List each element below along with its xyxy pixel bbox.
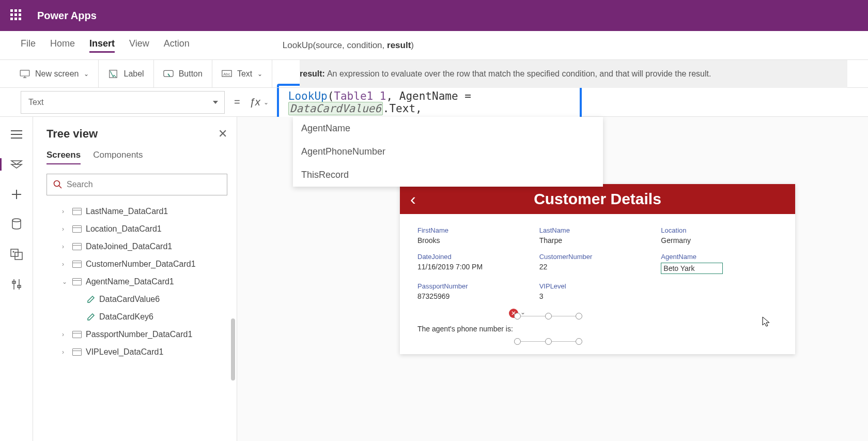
tree-search[interactable] (47, 174, 227, 195)
tree-node[interactable]: ›DateJoined_DataCard1 (47, 238, 227, 255)
new-screen-button[interactable]: New screen ⌄ (0, 60, 99, 87)
datacard-icon (72, 331, 82, 338)
form-field[interactable]: LocationGermany (661, 226, 778, 245)
data-icon[interactable] (9, 217, 24, 232)
tree-node[interactable]: ›CustomerNumber_DataCard1 (47, 255, 227, 273)
screen-icon (20, 70, 30, 78)
chevron-down-icon: ⌄ (257, 70, 262, 78)
resize-handle[interactable] (514, 338, 521, 345)
parameter-help: result: An expression to evaluate over t… (300, 60, 847, 88)
chevron-down-icon[interactable]: ⌄ (520, 309, 525, 316)
tree-node[interactable]: ›Location_DataCard1 (47, 220, 227, 238)
title-bar: Power Apps (0, 0, 868, 31)
form-field[interactable]: FirstNameBrooks (417, 226, 534, 245)
intellisense-item[interactable]: AgentPhoneNumber (293, 140, 603, 163)
svg-text:Abc: Abc (223, 71, 230, 76)
tree-list: ›LastName_DataCard1›Location_DataCard1›D… (47, 203, 227, 361)
tree-view-title: Tree view (47, 127, 98, 141)
chevron-icon: › (62, 225, 68, 233)
field-value: 3 (539, 292, 656, 300)
intellisense-dropdown: AgentName AgentPhoneNumber ThisRecord (293, 117, 603, 187)
tree-node[interactable]: DataCardValue6 (47, 291, 227, 308)
menu-home[interactable]: Home (50, 38, 75, 53)
tree-view-icon[interactable] (9, 157, 24, 172)
media-icon[interactable] (9, 247, 24, 262)
tree-node[interactable]: ›VIPLevel_DataCard1 (47, 343, 227, 361)
formula-bar: Text = ƒx ⌄ LookUp(Table1_1, AgentName =… (0, 88, 868, 117)
intellisense-item[interactable]: ThisRecord (293, 163, 603, 187)
field-label: Location (661, 226, 778, 234)
resize-handle[interactable] (545, 338, 552, 345)
menu-action[interactable]: Action (164, 38, 190, 53)
field-label: FirstName (417, 226, 534, 234)
tree-node[interactable]: DataCardKey6 (47, 308, 227, 326)
svg-rect-13 (11, 249, 18, 256)
chevron-icon: › (62, 243, 68, 250)
chevron-icon: › (62, 261, 68, 268)
button-button[interactable]: Button (154, 60, 212, 87)
tree-node[interactable]: ›PassportNumber_DataCard1 (47, 326, 227, 343)
app-launcher-icon[interactable] (10, 9, 23, 22)
insert-icon[interactable] (9, 187, 24, 202)
form-field[interactable]: LastNameTharpe (539, 226, 656, 245)
tools-icon[interactable] (9, 277, 24, 292)
close-icon[interactable]: ✕ (218, 127, 227, 141)
menu-view[interactable]: View (129, 38, 149, 53)
chevron-down-icon: ⌄ (84, 70, 89, 78)
property-selector[interactable]: Text (21, 91, 225, 114)
svg-line-21 (59, 186, 61, 188)
field-label: DateJoined (417, 253, 534, 261)
form-field[interactable]: DateJoined11/16/2019 7:00 PM (417, 253, 534, 274)
tree-node[interactable]: ⌄AgentName_DataCard1 (47, 273, 227, 291)
menu-insert[interactable]: Insert (89, 38, 115, 53)
svg-point-12 (12, 219, 21, 222)
pencil-icon (87, 313, 95, 321)
datacard-icon (72, 261, 82, 268)
tree-node-label: CustomerNumber_DataCard1 (86, 260, 196, 269)
tree-node-label: DataCardValue6 (99, 295, 160, 304)
field-value: Beto Yark (661, 263, 723, 274)
menu-file[interactable]: File (21, 38, 36, 53)
tree-node-label: DateJoined_DataCard1 (86, 242, 172, 251)
svg-rect-4 (163, 70, 173, 77)
hamburger-icon[interactable] (9, 127, 24, 142)
resize-handle[interactable] (576, 313, 582, 320)
svg-rect-14 (15, 252, 22, 260)
field-label: AgentName (661, 253, 778, 261)
label-button[interactable]: Label (99, 60, 153, 87)
preview-title: Customer Details (534, 190, 661, 208)
fx-icon[interactable]: ƒx (250, 96, 260, 108)
insert-toolbar: New screen ⌄ Label Button Abc Text ⌄ res… (0, 60, 868, 88)
chevron-down-icon[interactable]: ⌄ (264, 99, 269, 106)
datacard-icon (72, 225, 82, 233)
datacard-icon (72, 208, 82, 215)
chevron-icon: ⌄ (62, 278, 68, 285)
resize-handle[interactable] (576, 338, 582, 345)
form-field[interactable]: CustomerNumber22 (539, 253, 656, 274)
tree-node-label: Location_DataCard1 (86, 224, 162, 234)
form-field[interactable]: AgentNameBeto Yark (661, 253, 778, 274)
tree-node-label: AgentName_DataCard1 (86, 277, 174, 286)
resize-handle[interactable] (514, 313, 521, 320)
form-field[interactable]: VIPLevel3 (539, 282, 656, 300)
field-value: 87325969 (417, 292, 534, 300)
tree-node-label: VIPLevel_DataCard1 (86, 347, 163, 357)
scrollbar-thumb[interactable] (231, 318, 235, 381)
formula-input[interactable]: LookUp(Table1_1, AgentName = DataCardVal… (277, 84, 582, 121)
selected-control[interactable]: ✕ ⌄ (517, 316, 579, 342)
intellisense-item[interactable]: AgentName (293, 117, 603, 140)
form-field[interactable]: PassportNumber87325969 (417, 282, 534, 300)
field-label: PassportNumber (417, 282, 534, 290)
back-icon[interactable]: ‹ (410, 190, 416, 209)
function-signature: LookUp(source, condition, result) (190, 40, 847, 51)
search-input[interactable] (67, 180, 221, 189)
tab-components[interactable]: Components (93, 150, 143, 164)
form-field[interactable] (661, 282, 778, 300)
resize-handle[interactable] (545, 313, 552, 320)
search-icon (53, 180, 63, 189)
preview-header: ‹ Customer Details (400, 184, 795, 214)
tree-node[interactable]: ›LastName_DataCard1 (47, 203, 227, 220)
tab-screens[interactable]: Screens (47, 150, 81, 164)
text-dropdown[interactable]: Abc Text ⌄ (212, 60, 272, 87)
chevron-icon: › (62, 208, 68, 215)
